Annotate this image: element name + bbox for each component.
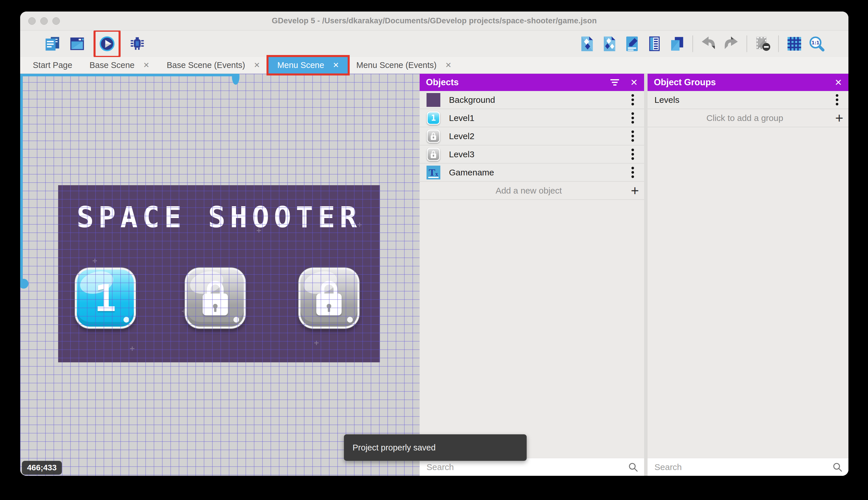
lock-icon (315, 281, 343, 315)
play-icon[interactable] (98, 35, 116, 53)
play-button-highlight (96, 32, 119, 56)
close-icon[interactable]: ✕ (630, 77, 638, 88)
kebab-menu-icon[interactable] (625, 148, 640, 161)
maximize-window-button[interactable] (52, 17, 60, 25)
object-name: Level1 (440, 113, 625, 123)
zoom-1-1-icon[interactable]: 1:1 (808, 35, 825, 53)
tab-base-scene-events[interactable]: Base Scene (Events) ✕ (158, 57, 269, 73)
properties-icon[interactable] (623, 35, 641, 53)
tab-start-page[interactable]: Start Page (24, 57, 81, 73)
objects-icon[interactable] (578, 35, 596, 53)
add-new-object-row[interactable]: Add a new object + (420, 182, 644, 200)
add-group-label: Click to add a group (655, 113, 835, 123)
tab-label: Base Scene (90, 60, 134, 70)
grid-icon[interactable] (786, 35, 803, 53)
locked-button-thumbnail (426, 129, 440, 143)
filter-icon[interactable] (609, 78, 621, 87)
plus-icon[interactable]: + (631, 185, 639, 196)
minimize-window-button[interactable] (40, 17, 48, 25)
object-name: Gamename (440, 168, 625, 178)
kebab-menu-icon[interactable] (625, 166, 640, 179)
star-decoration (314, 341, 319, 345)
object-row-background[interactable]: Background (420, 91, 644, 109)
kebab-menu-icon[interactable] (625, 93, 640, 106)
objects-panel-empty-area (420, 200, 644, 458)
tab-label: Menu Scene (277, 60, 324, 70)
tab-menu-scene[interactable]: Menu Scene ✕ (269, 57, 348, 73)
vertical-scroll-line (20, 74, 23, 285)
text-object-thumbnail: Tx (426, 166, 440, 180)
object-name: Level2 (440, 131, 625, 141)
redo-icon[interactable] (723, 35, 740, 53)
undo-icon[interactable] (700, 35, 717, 53)
group-row-levels[interactable]: Levels (647, 91, 848, 109)
level1-digit: 1 (94, 277, 116, 320)
toolbar-left (20, 32, 145, 56)
toast-notification: Project properly saved (344, 434, 527, 461)
kebab-menu-icon[interactable] (625, 129, 640, 143)
svg-text:1:1: 1:1 (812, 40, 820, 46)
level2-locked-button-object[interactable] (185, 268, 246, 329)
close-tab-icon[interactable]: ✕ (333, 61, 339, 70)
object-row-level2[interactable]: Level2 (420, 127, 644, 146)
objects-panel-header: Objects ✕ (420, 74, 644, 91)
object-groups-icon[interactable] (601, 35, 618, 53)
object-groups-search-input[interactable] (655, 462, 832, 472)
star-decoration (357, 223, 362, 227)
level1-button-object[interactable]: 1 (75, 268, 136, 329)
star-decoration (257, 228, 261, 233)
instances-list-icon[interactable] (646, 35, 663, 53)
toolbar-separator (692, 35, 693, 52)
render-options-icon[interactable] (754, 35, 771, 53)
objects-panel: Objects ✕ Background 1 Level1 Le (420, 74, 644, 476)
close-icon[interactable]: ✕ (835, 77, 842, 88)
level1-button-thumbnail: 1 (426, 111, 440, 125)
close-tab-icon[interactable]: ✕ (445, 61, 451, 70)
tab-base-scene[interactable]: Base Scene ✕ (81, 57, 158, 73)
object-row-gamename[interactable]: Tx Gamename (420, 163, 644, 182)
add-group-row[interactable]: Click to add a group + (647, 109, 848, 127)
objects-search-input[interactable] (426, 462, 628, 472)
debugger-icon[interactable] (128, 35, 145, 53)
object-name: Background (440, 95, 625, 105)
toast-message: Project properly saved (353, 443, 436, 453)
kebab-menu-icon[interactable] (625, 112, 640, 124)
horizontal-scroll-handle[interactable] (232, 74, 239, 85)
vertical-scroll-handle[interactable] (20, 279, 28, 288)
game-title-text-object[interactable]: SPACE SHOOTER (58, 203, 380, 232)
object-groups-search-bar (647, 458, 848, 476)
close-tab-icon[interactable]: ✕ (143, 61, 149, 70)
background-thumbnail (426, 93, 440, 107)
scene-editor-canvas[interactable]: SPACE SHOOTER 1 (20, 74, 420, 476)
scene-window-icon[interactable] (69, 35, 86, 53)
toolbar-right: 1:1 (578, 35, 848, 53)
locked-button-thumbnail (426, 147, 440, 161)
panel-divider (644, 74, 647, 476)
object-row-level1[interactable]: 1 Level1 (420, 109, 644, 127)
plus-icon[interactable]: + (835, 112, 843, 124)
layers-icon[interactable] (668, 35, 685, 53)
tab-bar: Start Page Base Scene ✕ Base Scene (Even… (20, 57, 848, 74)
scene-background-object[interactable]: SPACE SHOOTER 1 (58, 185, 380, 362)
tab-label: Start Page (33, 60, 72, 70)
kebab-menu-icon[interactable] (830, 93, 844, 106)
object-row-level3[interactable]: Level3 (420, 146, 644, 163)
object-groups-panel-header: Object Groups ✕ (647, 74, 848, 91)
group-name: Levels (655, 95, 830, 105)
tab-menu-scene-events[interactable]: Menu Scene (Events) ✕ (348, 57, 460, 73)
project-manager-icon[interactable] (44, 35, 61, 53)
objects-panel-title: Objects (426, 77, 609, 88)
object-name: Level3 (440, 149, 625, 159)
tab-label: Base Scene (Events) (167, 60, 245, 70)
level3-locked-button-object[interactable] (298, 268, 360, 329)
toolbar-separator (778, 35, 779, 52)
window-title: GDevelop 5 - /Users/dkarakay/Documents/G… (272, 16, 597, 25)
star-decoration (130, 346, 134, 351)
close-window-button[interactable] (28, 17, 36, 25)
add-new-object-label: Add a new object (426, 186, 631, 195)
object-groups-panel-empty-area (647, 127, 848, 458)
cursor-coordinates-badge: 466;433 (22, 461, 62, 475)
main-area: SPACE SHOOTER 1 (20, 74, 848, 476)
close-tab-icon[interactable]: ✕ (254, 61, 260, 70)
star-decoration (93, 259, 97, 263)
